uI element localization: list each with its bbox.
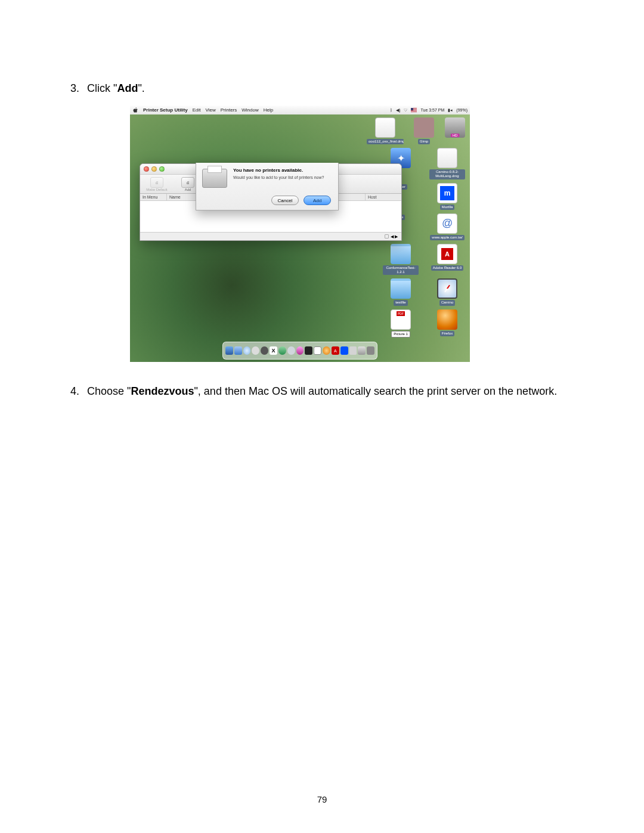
step-number: 3.	[70, 80, 87, 96]
desktop-icon[interactable]: Gimp	[414, 117, 434, 144]
dock-item[interactable]	[261, 346, 268, 355]
dialog-body-text: Would you like to add to your list of pr…	[233, 175, 324, 179]
desktop-icon[interactable]: AAdobe Reader 6.0	[429, 244, 465, 275]
menu-printers[interactable]: Printers	[221, 107, 237, 113]
app-icon	[437, 309, 457, 330]
app-icon	[437, 278, 457, 299]
folder-icon	[391, 244, 411, 264]
dock-item[interactable]	[296, 346, 304, 355]
webloc-icon: @	[437, 213, 457, 234]
menu-edit[interactable]: Edit	[193, 107, 201, 113]
dock-item-adobe[interactable]: A	[332, 346, 339, 355]
no-printers-dialog: You have no printers available. Would yo…	[196, 163, 339, 210]
add-button[interactable]: Add	[304, 196, 331, 205]
window-footer: ◀ ▶	[140, 232, 401, 240]
step-number: 4.	[70, 383, 87, 399]
dock-item[interactable]	[234, 346, 242, 355]
printer-icon	[202, 169, 227, 188]
step-text: Click "Add".	[87, 80, 574, 96]
app-icon: A	[437, 244, 457, 264]
dock-item-trash[interactable]	[367, 346, 374, 355]
menu-view[interactable]: View	[205, 107, 215, 113]
menu-help[interactable]: Help	[264, 107, 273, 113]
page-content: 3. Click "Add". Printer Setup Utility Ed…	[70, 80, 574, 408]
folder-icon	[391, 278, 411, 299]
desktop-icon[interactable]: ConformanceTest-1.2.1	[383, 244, 419, 275]
desktop-icon[interactable]	[445, 117, 465, 144]
cancel-button[interactable]: Cancel	[271, 196, 299, 205]
battery-percent: (99%)	[456, 108, 467, 112]
dock-item[interactable]	[287, 346, 295, 355]
dmg-file-icon	[437, 148, 457, 168]
step-3: 3. Click "Add".	[70, 80, 574, 96]
battery-icon[interactable]: ▮◂	[448, 108, 453, 113]
desktop-icon[interactable]: Firefox	[429, 309, 465, 337]
dock-item-terminal[interactable]	[305, 346, 312, 355]
dock-item[interactable]	[349, 346, 357, 355]
dock-item[interactable]	[358, 346, 366, 355]
dock: X A	[222, 342, 377, 360]
dock-item[interactable]	[252, 346, 259, 355]
app-icon	[414, 117, 434, 138]
step-text: Choose "Rendezvous", and then Mac OS wil…	[87, 383, 574, 399]
dock-item-finder[interactable]	[225, 346, 233, 355]
dock-item[interactable]	[314, 346, 321, 355]
desktop-icon[interactable]: Picture 1	[383, 309, 419, 337]
desktop-icon[interactable]: Camino	[429, 278, 465, 305]
close-window-button[interactable]	[144, 166, 149, 172]
hard-drive-icon	[445, 117, 465, 138]
menubar-clock[interactable]: Tue 3:57 PM	[420, 108, 444, 112]
menubar-app-name[interactable]: Printer Setup Utility	[143, 107, 188, 113]
page-number: 79	[317, 794, 327, 804]
printer-icon: 🖨	[181, 177, 194, 188]
dock-item[interactable]	[278, 346, 286, 355]
embedded-screenshot: Printer Setup Utility Edit View Printers…	[130, 106, 470, 362]
app-icon: m	[437, 183, 457, 203]
dock-item-safari[interactable]	[243, 346, 251, 355]
make-default-button[interactable]: 🖨 Make Default	[143, 176, 171, 192]
desktop-icon[interactable]: @www.apple.com.tw/	[429, 213, 465, 240]
step-4: 4. Choose "Rendezvous", and then Mac OS …	[70, 383, 574, 399]
column-header[interactable]: In Menu	[140, 194, 167, 200]
dialog-heading: You have no printers available.	[233, 168, 324, 173]
minimize-window-button[interactable]	[151, 166, 157, 172]
dock-item-x11[interactable]: X	[270, 346, 277, 355]
column-header[interactable]: Host	[366, 194, 401, 200]
desktop-icon[interactable]: ooo112_osx_final.dmg	[367, 117, 403, 144]
zoom-window-button[interactable]	[159, 166, 165, 172]
desktop-icon[interactable]: Camino-0.8.2-MultiLang.dmg	[429, 148, 465, 179]
desktop-icon[interactable]: testfile	[383, 278, 419, 305]
airport-icon[interactable]: ♡	[404, 108, 407, 113]
menu-window[interactable]: Window	[242, 107, 258, 113]
bluetooth-icon[interactable]: ᛒ	[390, 108, 392, 112]
volume-icon[interactable]: ◀)	[396, 108, 400, 113]
printer-icon: 🖨	[150, 177, 163, 188]
resize-grip-icon[interactable]	[385, 234, 389, 239]
apple-logo-icon	[132, 107, 138, 113]
desktop-icon[interactable]: mMozilla	[429, 183, 465, 210]
input-flag-icon[interactable]	[411, 108, 417, 112]
mac-menubar: Printer Setup Utility Edit View Printers…	[130, 106, 470, 114]
pdf-file-icon	[391, 309, 411, 330]
dock-item-mozilla[interactable]	[340, 346, 348, 355]
dmg-file-icon	[375, 117, 395, 138]
dock-item-firefox[interactable]	[323, 346, 330, 355]
